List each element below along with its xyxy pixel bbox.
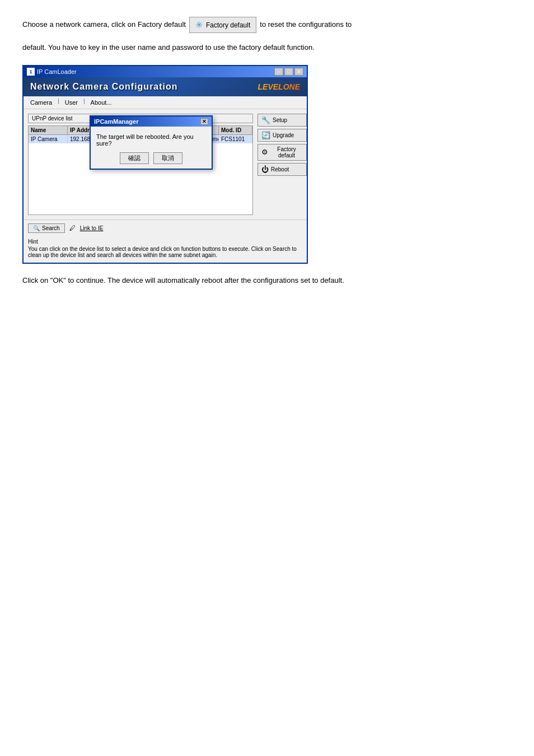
menu-bar: Camera | User | About... — [24, 96, 307, 109]
intro-text-part2: to reset the configurations to — [260, 19, 352, 31]
minimize-button[interactable]: – — [274, 68, 283, 76]
intro-line2: default. You have to key in the user nam… — [22, 42, 512, 54]
setup-icon: 🔧 — [261, 116, 270, 124]
close-button[interactable]: ✕ — [294, 68, 303, 76]
dialog-title: IPCamManager — [94, 118, 138, 125]
menu-sep1: | — [58, 98, 59, 107]
hint-section: Hint You can click on the device list to… — [24, 236, 307, 263]
menu-sep2: | — [83, 98, 85, 107]
device-name: IP Camera — [29, 135, 68, 143]
reboot-label: Reboot — [271, 166, 289, 172]
factory-default-icon: ⚙ — [261, 148, 268, 156]
dialog-close-button[interactable]: ✕ — [200, 118, 208, 125]
main-window: 1 IP CamLoader – □ ✕ Network Camera Conf… — [22, 65, 308, 264]
factory-default-button[interactable]: ⚙ Factory default — [257, 144, 307, 161]
dialog-buttons: 確認 取消 — [96, 152, 206, 164]
outro-paragraph: Click on "OK" to continue. The device wi… — [22, 275, 512, 287]
search-button[interactable]: 🔍 Search — [28, 223, 65, 233]
levelone-logo: LEVELONE — [258, 82, 300, 91]
upgrade-button[interactable]: 🔄 Upgrade — [257, 129, 307, 142]
sidebar-buttons: 🔧 Setup 🔄 Upgrade ⚙ Factory default ⏻ Re… — [257, 114, 307, 215]
window-title-text: IP CamLoader — [37, 68, 77, 75]
header-banner: Network Camera Configuration LEVELONE — [24, 77, 307, 96]
link-to-ie-button[interactable]: Link to IE — [80, 225, 104, 231]
main-window-wrapper: 1 IP CamLoader – □ ✕ Network Camera Conf… — [22, 65, 512, 264]
gear-icon: ✳ — [195, 20, 203, 30]
restore-button[interactable]: □ — [284, 68, 293, 76]
footer-separator: 🖊 — [69, 225, 76, 231]
factory-default-inline-btn[interactable]: ✳ Factory default — [189, 17, 256, 33]
hint-text: You can click on the device list to sele… — [28, 246, 302, 258]
dialog-ok-button[interactable]: 確認 — [120, 152, 149, 164]
col-header-modid: Mod. ID — [219, 126, 252, 134]
app-icon-text: 1 — [29, 69, 32, 74]
factory-default-label: Factory default — [270, 146, 303, 158]
device-model-id: FCS1101 — [219, 135, 252, 143]
col-header-name: Name — [29, 126, 68, 134]
setup-button[interactable]: 🔧 Setup — [257, 114, 307, 127]
header-title: Network Camera Configuration — [30, 82, 178, 92]
reboot-icon: ⏻ — [261, 165, 269, 174]
dialog-titlebar: IPCamManager ✕ — [91, 116, 212, 127]
dialog-cancel-button[interactable]: 取消 — [153, 152, 182, 164]
intro-text-part1: Choose a network camera, click on Factor… — [22, 19, 186, 31]
factory-default-btn-label: Factory default — [206, 21, 250, 29]
outro-text: Click on "OK" to continue. The device wi… — [22, 276, 344, 284]
window-titlebar: 1 IP CamLoader – □ ✕ — [24, 66, 307, 77]
hint-label: Hint — [28, 239, 302, 245]
menu-item-camera[interactable]: Camera — [27, 98, 55, 107]
upgrade-icon: 🔄 — [261, 131, 270, 139]
upgrade-label: Upgrade — [273, 132, 294, 138]
ipcam-manager-dialog: IPCamManager ✕ The target will be reboot… — [90, 115, 213, 170]
menu-item-user[interactable]: User — [62, 98, 81, 107]
titlebar-left: 1 IP CamLoader — [27, 68, 77, 76]
menu-item-about[interactable]: About... — [87, 98, 115, 107]
window-footer: 🔍 Search 🖊 Link to IE — [24, 220, 307, 236]
reboot-button[interactable]: ⏻ Reboot — [257, 163, 307, 176]
dialog-body: The target will be rebooted. Are you sur… — [91, 127, 212, 169]
intro-paragraph: Choose a network camera, click on Factor… — [22, 17, 512, 33]
dialog-message: The target will be rebooted. Are you sur… — [96, 133, 206, 147]
window-app-icon: 1 — [27, 68, 35, 76]
search-label: Search — [42, 225, 60, 231]
search-icon: 🔍 — [33, 225, 40, 231]
titlebar-controls: – □ ✕ — [274, 68, 303, 76]
setup-label: Setup — [273, 117, 287, 123]
